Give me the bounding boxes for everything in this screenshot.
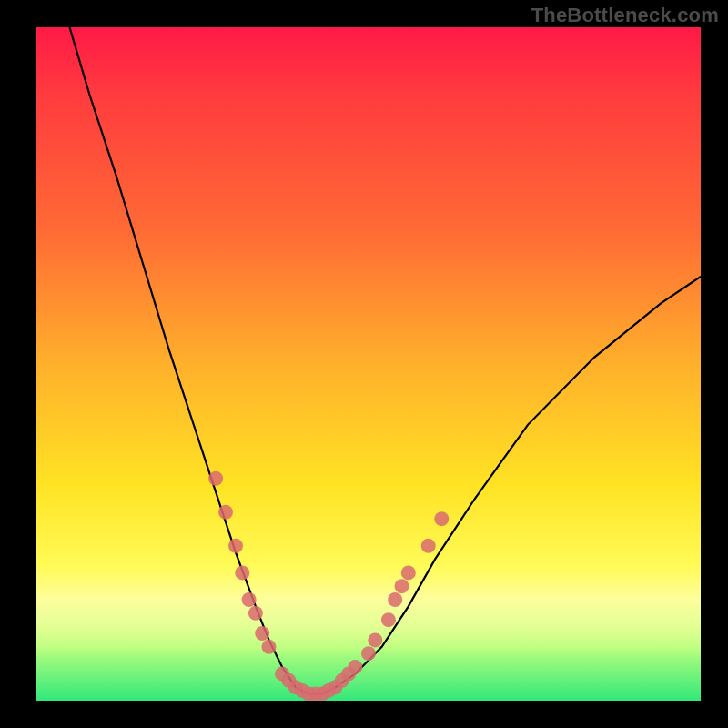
data-marker	[395, 579, 410, 593]
data-marker	[401, 565, 416, 580]
data-marker	[228, 539, 243, 553]
data-marker	[381, 612, 396, 627]
data-marker	[218, 505, 233, 520]
data-marker	[235, 565, 249, 580]
data-marker	[262, 640, 277, 654]
curve-layer	[36, 27, 701, 701]
curve-markers	[208, 471, 449, 701]
bottleneck-curve	[70, 27, 702, 694]
data-marker	[348, 660, 362, 674]
data-marker	[208, 471, 223, 486]
data-marker	[255, 626, 269, 641]
plot-area	[36, 27, 701, 701]
watermark-text: TheBottleneck.com	[531, 4, 719, 27]
data-marker	[361, 646, 376, 661]
data-marker	[242, 592, 257, 607]
data-marker	[388, 592, 402, 607]
data-marker	[434, 511, 449, 526]
data-marker	[248, 606, 263, 621]
data-marker	[421, 539, 436, 553]
chart-frame: TheBottleneck.com	[0, 0, 728, 728]
data-marker	[368, 632, 382, 647]
